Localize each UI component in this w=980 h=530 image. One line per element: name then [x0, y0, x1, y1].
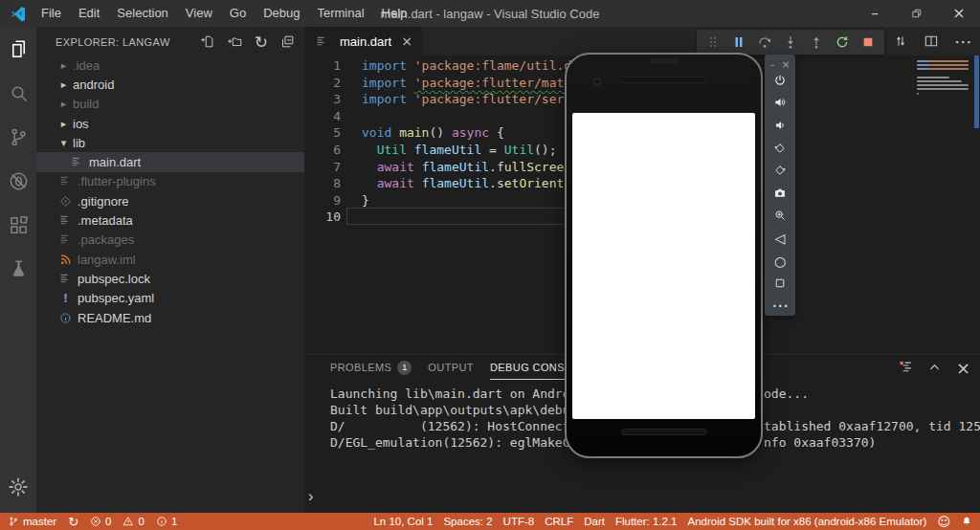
status-bell[interactable]: [961, 516, 972, 527]
tree-item--gitignore[interactable]: .gitignore: [36, 191, 304, 210]
status-spaces[interactable]: Spaces: 2: [443, 516, 492, 527]
step-into-icon[interactable]: [783, 34, 798, 50]
status-ln[interactable]: Ln 10, Col 1: [373, 516, 433, 527]
explorer-actions: ↻: [201, 34, 295, 53]
menu-edit[interactable]: Edit: [70, 0, 108, 27]
activity-settings-icon[interactable]: [0, 465, 36, 509]
tree-item-readme-md[interactable]: README.md: [36, 308, 304, 327]
menu-view[interactable]: View: [177, 0, 221, 27]
tree-item-build[interactable]: ▸build: [36, 95, 304, 114]
new-file-icon[interactable]: [201, 34, 215, 53]
scrollbar-decoration[interactable]: [974, 55, 979, 128]
activity-explorer-icon[interactable]: [0, 27, 36, 71]
restore-window-button[interactable]: [896, 0, 938, 27]
emulator-screen[interactable]: [572, 113, 755, 419]
menu-go[interactable]: Go: [221, 0, 255, 27]
emulator-back-button[interactable]: ◁: [765, 227, 795, 250]
step-out-icon[interactable]: [809, 34, 824, 50]
file-icon: [69, 156, 85, 168]
menu-bar: FileEditSelectionViewGoDebugTerminalHelp: [33, 0, 415, 27]
minimap-line: [917, 97, 972, 99]
status-feedback[interactable]: ☺: [937, 516, 950, 528]
activity-test-icon[interactable]: [0, 247, 36, 291]
tab-bar: main.dart × ⋯: [304, 27, 980, 55]
menu-debug[interactable]: Debug: [255, 0, 308, 27]
tree-item-label: .metadata: [78, 213, 133, 228]
tree-item-pubspec-yaml[interactable]: !pubspec.yaml: [36, 289, 304, 308]
close-panel-icon[interactable]: ×: [956, 360, 970, 378]
restart-icon[interactable]: [835, 34, 850, 50]
status-git-branch[interactable]: master: [8, 516, 56, 527]
status-warning[interactable]: 0: [122, 516, 144, 527]
emulator-overview-button[interactable]: [765, 272, 795, 295]
activity-search-icon[interactable]: [0, 71, 36, 115]
chevron-right-icon: ▸: [57, 79, 70, 90]
status-flutter[interactable]: Flutter: 1.2.1: [615, 516, 678, 527]
stop-icon[interactable]: [860, 34, 876, 50]
emulator-zoom-button[interactable]: [765, 205, 795, 228]
window-title: main.dart - langaw - Visual Studio Code: [381, 7, 600, 21]
phone-bottom-speaker: [621, 429, 707, 435]
panel-tab-problems[interactable]: PROBLEMS1: [330, 355, 412, 380]
tree-item--flutter-plugins[interactable]: .flutter-plugins: [36, 172, 304, 191]
activity-extensions-icon[interactable]: [0, 203, 36, 247]
status-sync[interactable]: ↻: [68, 516, 78, 528]
minimap[interactable]: [917, 60, 972, 100]
tree-item-ios[interactable]: ▸ios: [36, 114, 304, 133]
minimize-window-button[interactable]: –: [854, 0, 896, 27]
tree-item-label: README.md: [78, 311, 151, 325]
status-info[interactable]: 1: [156, 516, 177, 527]
new-folder-icon[interactable]: [228, 34, 242, 53]
menu-file[interactable]: File: [33, 0, 70, 27]
more-icon[interactable]: ⋯: [954, 33, 972, 51]
close-window-button[interactable]: ×: [938, 0, 980, 27]
collapse-all-icon[interactable]: [280, 34, 295, 53]
status-dart[interactable]: Dart: [584, 516, 605, 527]
menu-selection[interactable]: Selection: [108, 0, 176, 27]
status-android[interactable]: Android SDK built for x86 (android-x86 E…: [688, 516, 927, 527]
menu-terminal[interactable]: Terminal: [308, 0, 372, 27]
emulator-rotate-right-button[interactable]: [765, 159, 795, 182]
code-text: import 'package:flutter/servic: [362, 91, 587, 108]
emulator-window-controls: –×: [769, 56, 790, 69]
clear-console-icon[interactable]: [899, 360, 913, 378]
panel-actions: ×: [899, 360, 970, 378]
emulator-screenshot-button[interactable]: [765, 182, 795, 205]
minimap-line: [917, 93, 919, 95]
tree-item-langaw-iml[interactable]: langaw.iml: [36, 250, 304, 269]
panel-tab-output[interactable]: OUTPUT: [428, 355, 474, 380]
status-crlf[interactable]: CRLF: [545, 516, 573, 527]
emulator-home-button[interactable]: ○: [765, 250, 795, 273]
emulator-power-button[interactable]: [765, 69, 795, 92]
minimap-line: [917, 64, 969, 66]
debug-console-input[interactable]: ›: [308, 488, 313, 505]
tree-item-label: .packages: [78, 232, 134, 247]
emulator-volume-down-button[interactable]: [765, 114, 795, 137]
maximize-panel-icon[interactable]: [927, 360, 942, 378]
prompt-chevron: ›: [308, 488, 313, 504]
tree-item-lib[interactable]: ▾lib: [36, 133, 304, 152]
step-over-icon[interactable]: [757, 34, 772, 50]
close-tab-icon[interactable]: ×: [401, 34, 412, 48]
status-error[interactable]: 0: [90, 516, 111, 527]
minimap-line: [917, 77, 949, 78]
tree-item--idea[interactable]: ▸.idea: [36, 55, 304, 75]
tree-item-main-dart[interactable]: main.dart: [36, 152, 304, 171]
emulator-more-button[interactable]: ⋯: [765, 295, 795, 318]
tree-item-pubspec-lock[interactable]: pubspec.lock: [36, 269, 304, 288]
status-utf-8[interactable]: UTF-8: [503, 516, 535, 527]
activity-source-control-icon[interactable]: [0, 115, 36, 159]
open-changes-icon[interactable]: [893, 33, 908, 49]
tree-item--packages[interactable]: .packages: [36, 231, 304, 250]
tree-item--metadata[interactable]: .metadata: [36, 210, 304, 230]
activity-debug-icon[interactable]: [0, 159, 36, 203]
tab-main-dart[interactable]: main.dart ×: [304, 27, 422, 55]
emulator-rotate-left-button[interactable]: [765, 137, 795, 160]
file-icon: [57, 175, 74, 188]
grip-icon: [705, 34, 721, 50]
pause-icon[interactable]: [731, 34, 746, 50]
split-editor-icon[interactable]: [924, 33, 939, 49]
emulator-volume-up-button[interactable]: [765, 92, 795, 115]
refresh-icon[interactable]: ↻: [255, 34, 268, 53]
tree-item-android[interactable]: ▸android: [36, 75, 304, 94]
